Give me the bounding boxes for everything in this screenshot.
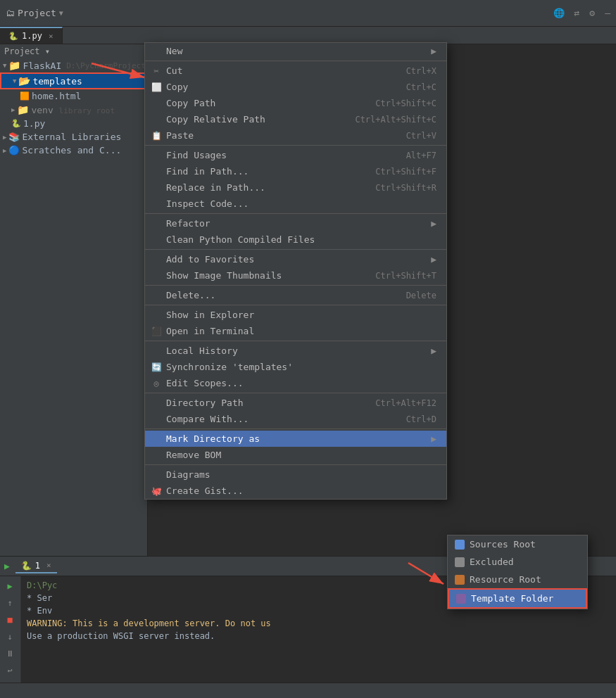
menu-item-diagrams[interactable]: Diagrams (145, 467, 446, 483)
minimize-icon[interactable]: — (605, 8, 610, 18)
sidebar-project-header[interactable]: Project ▾ (0, 44, 147, 58)
run-tab-label: 1 (35, 561, 40, 571)
menu-item-copy-rel[interactable]: Copy Relative Path Ctrl+Alt+Shift+C (145, 111, 446, 127)
sep-2 (145, 145, 446, 146)
menu-item-copy-path[interactable]: Copy Path Ctrl+Shift+C (145, 95, 446, 111)
run-line-warning: WARNING: This is a development server. D… (27, 617, 610, 630)
sidebar-item-flaskai[interactable]: ▼ 📁 FlaskAI D:\PycharmProjects\FlaskAI (0, 58, 147, 72)
wrap-button[interactable]: ↩ (3, 664, 17, 678)
cut-icon: ✂ (149, 66, 163, 76)
menu-item-delete[interactable]: Delete... Delete (145, 287, 446, 303)
menu-dir-path-label: Directory Path (166, 398, 371, 408)
menu-item-local-history[interactable]: Local History ▶ (145, 343, 446, 359)
compare-shortcut: Ctrl+D (406, 414, 436, 424)
run-line-wsgi: Use a production WSGI server instead. (27, 630, 610, 642)
menu-item-find-in-path[interactable]: Find in Path... Ctrl+Shift+F (145, 163, 446, 179)
sep-7 (145, 341, 446, 341)
templates-label: templates (32, 76, 82, 87)
submenu-item-resource-root[interactable]: Resource Root (448, 571, 587, 588)
sidebar-item-homehtml[interactable]: 🟧 home.html (0, 89, 147, 103)
close-tab-icon[interactable]: × (49, 32, 54, 41)
scroll-up-button[interactable]: ↑ (3, 596, 17, 610)
menu-copy-rel-label: Copy Relative Path (166, 114, 351, 125)
sidebar-item-venv[interactable]: ▶ 📁 venv library root (0, 103, 147, 117)
menu-gist-label: Create Gist... (166, 486, 436, 496)
thumbnails-shortcut: Ctrl+Shift+T (375, 271, 436, 281)
menu-item-thumbnails[interactable]: Show Image Thumbnails Ctrl+Shift+T (145, 267, 446, 284)
sidebar-item-external-libs[interactable]: ▶ 📚 External Libraries (0, 130, 147, 144)
menu-item-cut[interactable]: ✂ Cut Ctrl+X (145, 63, 446, 79)
submenu-item-template-folder[interactable]: Template Folder (448, 588, 587, 609)
menu-item-dir-path[interactable]: Directory Path Ctrl+Alt+F12 (145, 395, 446, 411)
sidebar-item-scratches[interactable]: ▶ 🔵 Scratches and C... (0, 144, 147, 157)
menu-item-find-usages[interactable]: Find Usages Alt+F7 (145, 147, 446, 163)
run-tab-close-icon[interactable]: × (46, 561, 51, 570)
restart-button[interactable]: ▶ (3, 579, 17, 593)
sources-root-icon (455, 540, 465, 550)
menu-item-copy[interactable]: ⬜ Copy Ctrl+C (145, 79, 446, 95)
menu-item-compare[interactable]: Compare With... Ctrl+D (145, 411, 446, 427)
stop-button[interactable]: ■ (3, 613, 17, 627)
folder-icon-flaskai: 📁 (8, 60, 20, 71)
py-file-icon: 🐍 (11, 119, 21, 128)
menu-find-path-label: Find in Path... (166, 166, 371, 177)
submenu-item-excluded[interactable]: Excluded (448, 553, 587, 571)
sep-1 (145, 61, 446, 61)
run-tab-1[interactable]: 🐍 1 × (15, 559, 57, 573)
run-controls: ▶ ↑ ■ ↓ ⏸ ↩ (0, 576, 21, 683)
pause-button[interactable]: ⏸ (3, 647, 17, 661)
paste-shortcut: Ctrl+V (406, 131, 436, 141)
menu-item-add-favorites[interactable]: Add to Favorites ▶ (145, 251, 446, 267)
menu-compare-label: Compare With... (166, 414, 402, 424)
sidebar-item-1py[interactable]: 🐍 1.py (0, 117, 147, 130)
menu-clean-label: Clean Python Compiled Files (166, 234, 436, 245)
menu-refactor-label: Refactor (166, 218, 427, 229)
copy-icon: ⬜ (149, 82, 163, 92)
submenu-item-sources-root[interactable]: Sources Root (448, 535, 587, 553)
dir-path-shortcut: Ctrl+Alt+F12 (375, 398, 436, 408)
menu-item-edit-scopes[interactable]: ◎ Edit Scopes... (145, 375, 446, 391)
menu-item-refactor[interactable]: Refactor ▶ (145, 215, 446, 231)
refactor-arrow-icon: ▶ (431, 218, 436, 229)
sep-5 (145, 285, 446, 286)
replace-shortcut: Ctrl+Shift+R (375, 183, 436, 193)
sep-9 (145, 429, 446, 429)
folder-icon-venv: 📁 (17, 104, 29, 115)
resource-root-icon (455, 575, 465, 585)
menu-terminal-label: Open in Terminal (166, 326, 436, 336)
settings-icon[interactable]: ⚙ (589, 8, 595, 18)
copy-rel-shortcut: Ctrl+Alt+Shift+C (355, 115, 436, 125)
menu-item-mark-dir[interactable]: Mark Directory as ▶ (145, 431, 446, 447)
menu-item-new[interactable]: New ▶ (145, 43, 446, 59)
menu-explorer-label: Show in Explorer (166, 310, 436, 320)
menu-item-clean-python[interactable]: Clean Python Compiled Files (145, 231, 446, 248)
menu-favorites-label: Add to Favorites (166, 254, 427, 265)
menu-scopes-label: Edit Scopes... (166, 378, 436, 388)
menu-item-synchronize[interactable]: 🔄 Synchronize 'templates' (145, 359, 446, 375)
context-menu: New ▶ ✂ Cut Ctrl+X ⬜ Copy Ctrl+C Copy Pa… (144, 42, 447, 500)
excluded-icon (455, 557, 465, 567)
external-libs-label: External Libraries (22, 132, 121, 142)
globe-icon[interactable]: 🌐 (553, 8, 565, 18)
menu-item-remove-bom[interactable]: Remove BOM (145, 447, 446, 463)
run-tab-py-icon: 🐍 (21, 561, 32, 571)
project-label: Project (18, 8, 56, 18)
menu-item-inspect[interactable]: Inspect Code... (145, 196, 446, 212)
menu-item-create-gist[interactable]: 🐙 Create Gist... (145, 483, 446, 499)
menu-item-paste[interactable]: 📋 Paste Ctrl+V (145, 127, 446, 144)
chevron-down-icon-templates: ▼ (13, 77, 16, 84)
menu-find-usages-label: Find Usages (166, 150, 402, 160)
sidebar-item-templates[interactable]: ▼ 📂 templates (0, 72, 147, 89)
scroll-down-button[interactable]: ↓ (3, 630, 17, 644)
menu-item-open-terminal[interactable]: ⬛ Open in Terminal (145, 323, 446, 339)
menu-item-show-explorer[interactable]: Show in Explorer (145, 307, 446, 323)
menu-diagrams-label: Diagrams (166, 469, 436, 480)
menu-history-label: Local History (166, 345, 427, 356)
tab-1py[interactable]: 🐍 1.py × (0, 27, 63, 44)
menu-paste-label: Paste (166, 130, 402, 141)
folder-icon-templates: 📂 (18, 75, 30, 87)
menu-item-replace-in-path[interactable]: Replace in Path... Ctrl+Shift+R (145, 179, 446, 196)
transfer-icon[interactable]: ⇄ (574, 8, 580, 18)
project-title[interactable]: 🗂 Project ▼ (6, 8, 63, 18)
scratches-label: Scratches and C... (22, 145, 121, 156)
